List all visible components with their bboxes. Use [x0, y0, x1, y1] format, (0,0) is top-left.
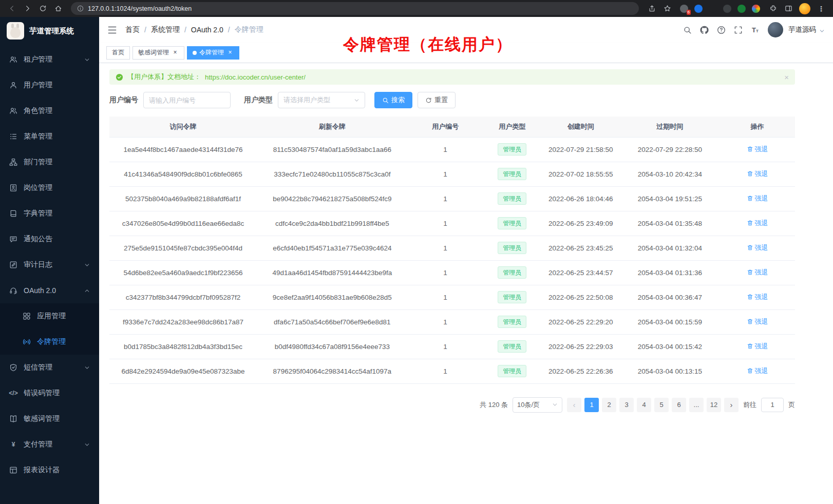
alert-close-icon[interactable]: ×: [784, 73, 789, 82]
page-button[interactable]: 5: [654, 398, 669, 412]
browser-forward-button[interactable]: [21, 2, 34, 15]
close-icon[interactable]: ×: [226, 49, 234, 56]
browser-refresh-button[interactable]: [36, 2, 49, 15]
force-logout-button[interactable]: 强退: [747, 366, 768, 376]
force-logout-button[interactable]: 强退: [747, 219, 768, 228]
tab-sensitive-word[interactable]: 敏感词管理×: [132, 46, 184, 60]
share-button[interactable]: [645, 2, 658, 15]
force-logout-button[interactable]: 强退: [747, 293, 768, 302]
extension-icon[interactable]: [709, 5, 717, 13]
sidebar-item-dept[interactable]: 部门管理: [0, 149, 99, 175]
sidebar-item-user[interactable]: 用户管理: [0, 72, 99, 98]
extensions-puzzle-button[interactable]: [766, 2, 780, 15]
cell-user-id: 1: [408, 137, 483, 162]
page-button[interactable]: 2: [602, 398, 616, 412]
site-info-icon[interactable]: [77, 5, 84, 12]
search-icon[interactable]: [683, 26, 692, 34]
github-icon[interactable]: [700, 26, 709, 34]
app-logo[interactable]: 芋道管理系统: [0, 17, 99, 45]
table-row: c342377bf8b344799dcbf7bf095287f29ce8ef2a…: [109, 285, 795, 309]
force-logout-button[interactable]: 强退: [747, 145, 768, 154]
page-button[interactable]: 3: [619, 398, 634, 412]
sidebar-item-sensitive-word[interactable]: 敏感词管理: [0, 406, 99, 432]
goto-page-input[interactable]: [761, 398, 784, 412]
sidebar-item-pay[interactable]: ¥支付管理: [0, 432, 99, 457]
sidebar-item-post[interactable]: 岗位管理: [0, 175, 99, 201]
search-button[interactable]: 搜索: [374, 92, 412, 108]
address-bar[interactable]: 127.0.0.1:1024/system/oauth2/token: [71, 2, 639, 15]
browser-profile-avatar[interactable]: [799, 3, 810, 14]
page-button[interactable]: 4: [637, 398, 651, 412]
cell-refresh-token: 8796295f04064c2983414cc54af1097a: [257, 359, 408, 383]
cell-access-token: c347026e805e4d99b0d116eae66eda8c: [109, 211, 257, 236]
close-icon[interactable]: ×: [172, 49, 179, 56]
force-logout-button[interactable]: 强退: [747, 194, 768, 203]
sidebar-item-dict[interactable]: 字典管理: [0, 201, 99, 226]
sidebar-item-audit-log[interactable]: 审计日志: [0, 252, 99, 278]
sidebar-item-sms[interactable]: 短信管理: [0, 355, 99, 380]
table-row: 1ea5e44f8bc1467aaede43144f31de76811c5304…: [109, 137, 795, 162]
app-title: 芋道管理系统: [29, 26, 74, 36]
user-type-select[interactable]: 请选择用户类型: [278, 92, 365, 108]
cell-create-time: 2022-06-25 22:29:03: [541, 334, 620, 359]
table-body: 1ea5e44f8bc1467aaede43144f31de76811c5304…: [109, 137, 795, 383]
user-type-tag: 管理员: [498, 192, 526, 205]
force-logout-button[interactable]: 强退: [747, 243, 768, 253]
oauth-icon: [9, 286, 17, 295]
next-page-button[interactable]: ›: [724, 398, 739, 412]
force-logout-button[interactable]: 强退: [747, 342, 768, 351]
fullscreen-icon[interactable]: [734, 26, 743, 34]
user-id-input[interactable]: [143, 92, 231, 108]
side-panel-button[interactable]: [782, 2, 795, 15]
home-icon: [54, 5, 62, 12]
extension-icon[interactable]: [737, 5, 746, 13]
sidebar-item-role[interactable]: 角色管理: [0, 98, 99, 124]
cell-refresh-token: 333ecfc71e02480cb11055c875c3ca0f: [257, 162, 408, 186]
extension-icon[interactable]: [752, 5, 760, 13]
sidebar-item-tenant[interactable]: 租户管理: [0, 47, 99, 72]
sidebar-item-menu[interactable]: 菜单管理: [0, 124, 99, 149]
tab-token[interactable]: 令牌管理×: [187, 46, 239, 60]
browser-chrome: 127.0.0.1:1024/system/oauth2/token 6 ⋮: [0, 0, 833, 17]
bookmark-star-button[interactable]: [660, 2, 674, 15]
total-count: 共 120 条: [480, 400, 508, 410]
chevron-down-icon[interactable]: [819, 27, 825, 33]
sidebar-item-error-code[interactable]: </>错误码管理: [0, 380, 99, 406]
browser-back-button[interactable]: [5, 2, 18, 15]
breadcrumb-item[interactable]: 系统管理: [151, 25, 180, 34]
user-avatar[interactable]: [768, 22, 783, 37]
cell-access-token: 1ea5e44f8bc1467aaede43144f31de76: [109, 137, 257, 162]
prev-page-button[interactable]: ‹: [567, 398, 581, 412]
pagination: 共 120 条 10条/页 ‹123456...12› 前往 页: [109, 397, 795, 413]
font-size-icon[interactable]: TT: [751, 26, 760, 34]
extension-icon[interactable]: 6: [680, 5, 688, 13]
extension-icon[interactable]: [694, 5, 703, 13]
extension-icon[interactable]: [723, 5, 731, 13]
table-header-row: 访问令牌刷新令牌用户编号用户类型创建时间过期时间操作: [109, 117, 795, 137]
help-icon[interactable]: [717, 26, 726, 34]
reset-button[interactable]: 重置: [418, 92, 456, 108]
browser-menu-button[interactable]: ⋮: [815, 2, 828, 15]
browser-home-button[interactable]: [51, 2, 65, 15]
page-button[interactable]: ...: [689, 398, 704, 412]
force-logout-button[interactable]: 强退: [747, 268, 768, 277]
tab-home[interactable]: 首页: [106, 46, 130, 60]
sidebar-item-report-designer[interactable]: 报表设计器: [0, 457, 99, 483]
sidebar-item-oauth2[interactable]: OAuth 2.0: [0, 278, 99, 303]
sidebar-toggle-icon[interactable]: [107, 25, 117, 35]
sidebar-item-oauth2-token[interactable]: 令牌管理: [0, 329, 99, 355]
force-logout-button[interactable]: 强退: [747, 169, 768, 179]
sidebar-item-oauth2-app[interactable]: 应用管理: [0, 303, 99, 329]
doc-link[interactable]: https://doc.iocoder.cn/user-center/: [205, 73, 306, 81]
page-button[interactable]: 6: [672, 398, 686, 412]
breadcrumb-item[interactable]: 首页: [125, 25, 140, 34]
breadcrumb-item[interactable]: OAuth 2.0: [191, 26, 223, 34]
active-dot: [193, 51, 197, 55]
sidebar-item-notice[interactable]: 通知公告: [0, 226, 99, 252]
page-button[interactable]: 12: [707, 398, 721, 412]
page-button[interactable]: 1: [584, 398, 599, 412]
table-row: 41c41346a548490f9dc8b01c6bfe0865333ecfc7…: [109, 162, 795, 186]
force-logout-button[interactable]: 强退: [747, 317, 768, 326]
page-size-select[interactable]: 10条/页: [513, 397, 562, 413]
username[interactable]: 芋道源码: [788, 25, 816, 34]
